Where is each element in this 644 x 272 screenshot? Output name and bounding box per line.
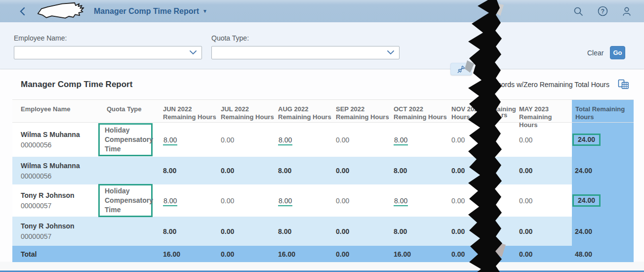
employee-cell: Wilma S Muhanna 00000056 bbox=[12, 123, 105, 157]
export-spreadsheet-icon bbox=[618, 79, 629, 90]
hours-drilldown-link[interactable]: 8.00 bbox=[394, 136, 408, 145]
profile-button[interactable] bbox=[621, 6, 632, 17]
employee-id: 00000056 bbox=[21, 141, 105, 149]
hours-drilldown-link[interactable]: 8.00 bbox=[394, 197, 408, 206]
employee-id: 00000057 bbox=[21, 202, 105, 210]
may-value-cell: 0.00 bbox=[518, 197, 572, 205]
column-header-total-remaining[interactable]: Total Remaining Hours bbox=[572, 100, 634, 122]
column-header-jul-2022[interactable]: JUL 2022 Remaining Hours bbox=[219, 100, 277, 122]
aug-value-cell: 8.00 bbox=[277, 197, 334, 205]
export-to-spreadsheet-button[interactable] bbox=[617, 79, 629, 90]
may-value-cell: 0.00 bbox=[518, 227, 572, 235]
sep-value-cell: 0.00 bbox=[334, 227, 392, 235]
quota-type-cell: Holiday Compensatory Time bbox=[105, 123, 161, 157]
column-header-employee-name[interactable]: Employee Name bbox=[12, 100, 105, 122]
pushpin-icon bbox=[457, 65, 466, 74]
hours-drilldown-link[interactable]: 8.00 bbox=[278, 136, 292, 145]
jun-value-cell: 8.00 bbox=[161, 167, 219, 175]
total-value-cell: 24.00 bbox=[572, 184, 634, 217]
go-button[interactable]: Go bbox=[610, 46, 625, 59]
aug-value-cell: 8.00 bbox=[277, 167, 334, 175]
north-carolina-logo bbox=[36, 1, 87, 21]
report-panel: Manager Comp Time Report ecords w/Zero R… bbox=[0, 70, 644, 262]
column-header-may-2023[interactable]: MAY 2023 Remaining Hours bbox=[518, 100, 572, 122]
total-value-cell: 24.00 bbox=[572, 217, 634, 246]
employee-name-input[interactable] bbox=[14, 46, 190, 59]
column-header-oct-2022[interactable]: OCT 2022 Remaining Hours bbox=[392, 100, 450, 122]
filter-bar: Employee Name: Quota Type: Clear Go bbox=[0, 22, 644, 69]
column-header-sep-2022[interactable]: SEP 2022 Remaining Hours bbox=[334, 100, 392, 122]
table-row-subtotal: Tony R Johnson 00000057 8.00 0.00 8.00 0… bbox=[12, 217, 634, 246]
total-highlight-box: 24.00 bbox=[572, 134, 601, 146]
quota-type-label: Quota Type: bbox=[211, 34, 249, 42]
app-title-menu[interactable]: Manager Comp Time Report ▼ bbox=[94, 7, 207, 16]
table-total-row: Total 16.00 0.00 16.00 0.00 16.00 0.00 0… bbox=[12, 246, 634, 262]
aug-total-cell: 16.00 bbox=[277, 250, 334, 258]
search-button[interactable] bbox=[573, 6, 584, 17]
column-header-nov-2022[interactable]: NOV 2022 Remaining Hours bbox=[450, 100, 518, 122]
oct-total-cell: 16.00 bbox=[392, 250, 450, 258]
total-highlight-box: 24.00 bbox=[572, 194, 601, 207]
clear-button[interactable]: Clear bbox=[584, 47, 606, 59]
may-value-cell: 0.00 bbox=[518, 136, 572, 144]
quota-type-combobox[interactable] bbox=[211, 46, 400, 59]
quota-type-highlight-box: Holiday Compensatory Time bbox=[98, 184, 153, 217]
toolbar-right: ecords w/Zero Remaining Total Hours bbox=[494, 79, 629, 90]
employee-name: Tony R Johnson bbox=[21, 222, 105, 230]
nov-value-cell: 0.00 bbox=[450, 227, 518, 235]
zero-records-toggle-label[interactable]: ecords w/Zero Remaining Total Hours bbox=[494, 81, 609, 89]
jun-value-cell: 8.00 bbox=[161, 197, 219, 205]
total-value-cell: 24.00 bbox=[572, 123, 634, 157]
oct-value-cell: 8.00 bbox=[392, 197, 450, 205]
total-row-label: Total bbox=[12, 250, 105, 258]
nov-total-cell: 0.00 bbox=[450, 250, 518, 258]
table-header-row: Employee Name Quota Type JUN 2022 Remain… bbox=[12, 100, 634, 123]
shell-header: Manager Comp Time Report ▼ ? bbox=[0, 0, 644, 22]
comp-time-table: Employee Name Quota Type JUN 2022 Remain… bbox=[12, 99, 634, 262]
jul-value-cell: 0.00 bbox=[219, 136, 277, 144]
quota-type-input[interactable] bbox=[212, 46, 387, 59]
hours-drilldown-link[interactable]: 8.00 bbox=[163, 197, 177, 206]
help-button[interactable]: ? bbox=[597, 6, 608, 17]
oct-value-cell: 8.00 bbox=[392, 167, 450, 175]
nov-value-cell: 0.00 bbox=[450, 197, 518, 205]
hours-drilldown-link[interactable]: 8.00 bbox=[163, 136, 177, 145]
may-total-cell: 0.00 bbox=[518, 250, 572, 258]
employee-cell: Wilma S Muhanna 00000056 bbox=[12, 157, 105, 184]
shell-actions: ? bbox=[573, 0, 632, 22]
jul-value-cell: 0.00 bbox=[219, 227, 277, 235]
sep-total-cell: 0.00 bbox=[334, 250, 392, 258]
employee-id: 00000057 bbox=[21, 232, 105, 240]
pin-header-button[interactable] bbox=[450, 63, 472, 75]
quota-type-highlight-box: Holiday Compensatory Time bbox=[98, 123, 153, 156]
person-icon bbox=[622, 6, 632, 16]
employee-name: Tony R Johnson bbox=[21, 191, 105, 199]
sep-value-cell: 0.00 bbox=[334, 197, 392, 205]
jul-total-cell: 0.00 bbox=[219, 250, 277, 258]
nov-value-cell: 0.00 bbox=[450, 167, 518, 175]
chevron-down-icon bbox=[190, 50, 197, 55]
column-header-quota-type[interactable]: Quota Type bbox=[105, 100, 161, 122]
table-row: Wilma S Muhanna 00000056 Holiday Compens… bbox=[12, 123, 634, 157]
aug-value-cell: 8.00 bbox=[277, 136, 334, 144]
employee-name-combobox[interactable] bbox=[14, 46, 202, 59]
column-header-jun-2022[interactable]: JUN 2022 Remaining Hours bbox=[161, 100, 219, 122]
jul-value-cell: 0.00 bbox=[219, 197, 277, 205]
aug-value-cell: 8.00 bbox=[277, 227, 334, 235]
oct-value-cell: 8.00 bbox=[392, 227, 450, 235]
table-row-subtotal: Wilma S Muhanna 00000056 8.00 0.00 8.00 … bbox=[12, 157, 634, 184]
table-row: Tony R Johnson 00000057 Holiday Compensa… bbox=[12, 184, 634, 217]
back-button[interactable] bbox=[17, 6, 28, 16]
jun-value-cell: 8.00 bbox=[161, 136, 219, 144]
report-section-title: Manager Comp Time Report bbox=[21, 80, 132, 90]
report-content: Manager Comp Time Report ecords w/Zero R… bbox=[0, 70, 644, 272]
employee-name-label: Employee Name: bbox=[14, 34, 67, 42]
jun-value-cell: 8.00 bbox=[161, 227, 219, 235]
total-value-cell: 24.00 bbox=[572, 157, 634, 184]
search-icon bbox=[573, 6, 583, 16]
hours-drilldown-link[interactable]: 8.00 bbox=[278, 197, 292, 206]
column-header-aug-2022[interactable]: AUG 2022 Remaining Hours bbox=[277, 100, 334, 122]
quota-type-cell: Holiday Compensatory Time bbox=[105, 184, 161, 217]
may-value-cell: 0.00 bbox=[518, 167, 572, 175]
back-chevron-icon bbox=[19, 7, 26, 16]
